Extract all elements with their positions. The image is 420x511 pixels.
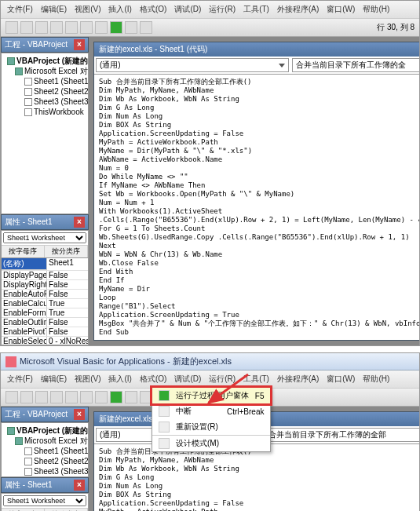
menu-view[interactable]: 视图(V)	[71, 2, 104, 16]
pause-icon	[159, 406, 170, 417]
properties-pane: Sheet1 Worksheet 按字母序 按分类序 (名称)Sheet1Dis…	[1, 493, 89, 511]
objects-folder[interactable]: Microsoft Excel 对象	[24, 67, 89, 75]
close-icon[interactable]: ×	[74, 39, 85, 50]
menu-tools[interactable]: 工具(T)	[240, 2, 272, 16]
prop-value[interactable]: False	[47, 271, 88, 279]
menu-insert[interactable]: 插入(I)	[105, 2, 134, 16]
project-tree[interactable]: VBAProject (新建的) Microsoft Excel 对象 Shee…	[1, 53, 89, 214]
close-icon[interactable]: ×	[74, 480, 85, 491]
annotation-arrow	[205, 373, 252, 407]
run-icon[interactable]	[110, 391, 122, 403]
properties-pane: Sheet1 Worksheet 按字母序 按分类序 (名称)Sheet1Dis…	[1, 230, 89, 345]
tab-categorized[interactable]: 按分类序	[45, 246, 88, 257]
procedure-dropdown[interactable]: 合并当前目录下所有工作簿的全	[292, 58, 420, 72]
prop-value[interactable]: False	[47, 290, 88, 298]
menu-window[interactable]: 窗口(W)	[323, 2, 358, 16]
sheet2-node[interactable]: Sheet2 (Sheet2)	[34, 457, 89, 465]
excel-icon[interactable]	[5, 391, 18, 403]
tab-alphabetic[interactable]: 按字母序	[2, 246, 45, 257]
workspace: 工程 - VBAProject × VBAProject (新建的) Micro…	[1, 37, 419, 345]
menu-file[interactable]: 文件(F)	[4, 372, 36, 386]
properties-pane-title: 属性 - Sheet1 ×	[1, 477, 89, 493]
copy-icon[interactable]	[50, 21, 63, 34]
property-grid[interactable]: (名称)Sheet1DisplayPageBreFalseDisplayRigh…	[2, 258, 88, 345]
project-root[interactable]: VBAProject (新建的)	[16, 426, 89, 435]
menu-run[interactable]: 运行(R)	[206, 2, 239, 16]
design-mode-item[interactable]: 设计模式(M)	[152, 436, 270, 451]
prop-value[interactable]: 0 - xlNoRestr	[47, 337, 88, 345]
redo-icon[interactable]	[95, 21, 108, 34]
menu-help[interactable]: 帮助(H)	[360, 2, 393, 16]
toolbar: 运行子过程/用户窗体F5 中断Ctrl+Break 重新设置(R) 设计模式(M…	[1, 389, 419, 407]
prop-key: EnableAutoFilt	[2, 290, 47, 298]
code-editor[interactable]: Sub 合并当前目录下所有工作簿的全部工作表() Dim MyPath, MyN…	[94, 444, 420, 511]
prop-key: EnableSelectio	[2, 337, 47, 345]
break-icon[interactable]	[125, 391, 137, 403]
menu-window[interactable]: 窗口(W)	[323, 372, 358, 386]
project-title-text: 工程 - VBAProject	[5, 409, 68, 420]
cut-icon[interactable]	[35, 391, 48, 403]
paste-icon[interactable]	[65, 21, 78, 34]
project-root[interactable]: VBAProject (新建的)	[16, 57, 89, 65]
sheet3-node[interactable]: Sheet3 (Sheet3)	[34, 97, 89, 106]
undo-icon[interactable]	[80, 391, 93, 403]
object-dropdown[interactable]: (通用)	[96, 58, 289, 72]
objects-folder[interactable]: Microsoft Excel 对象	[24, 436, 89, 445]
cursor-position: 行 30, 列 8	[377, 22, 415, 33]
undo-icon[interactable]	[80, 21, 93, 34]
app-titlebar: Microsoft Visual Basic for Applications …	[1, 353, 419, 370]
play-icon	[159, 390, 170, 401]
copy-icon[interactable]	[50, 391, 63, 403]
close-icon[interactable]: ×	[74, 409, 85, 420]
sheet3-node[interactable]: Sheet3 (Sheet3)	[34, 467, 89, 476]
run-icon[interactable]	[110, 21, 122, 34]
prop-value[interactable]: False	[47, 327, 88, 336]
prop-value[interactable]: Sheet1	[47, 258, 88, 270]
sheet1-node[interactable]: Sheet1 (Sheet1)	[34, 77, 89, 86]
svg-line-0	[209, 374, 248, 403]
menu-format[interactable]: 格式(O)	[137, 372, 170, 386]
prop-value[interactable]: False	[47, 318, 88, 327]
prop-key: DisplayPageBre	[2, 271, 47, 279]
menu-file[interactable]: 文件(F)	[4, 2, 36, 16]
menu-edit[interactable]: 编辑(E)	[38, 2, 70, 16]
menu-help[interactable]: 帮助(H)	[360, 372, 393, 386]
menu-format[interactable]: 格式(O)	[137, 2, 170, 16]
prop-key: EnableOutlinin	[2, 318, 47, 327]
sheet1-node[interactable]: Sheet1 (Sheet1)	[34, 447, 89, 455]
bottom-screenshot: Microsoft Visual Basic for Applications …	[0, 352, 420, 511]
prop-value[interactable]: False	[47, 280, 88, 289]
excel-icon[interactable]	[5, 21, 18, 34]
reset-icon[interactable]	[140, 21, 152, 34]
save-icon[interactable]	[20, 21, 33, 34]
break-icon[interactable]	[125, 21, 137, 34]
paste-icon[interactable]	[65, 391, 78, 403]
menu-addins[interactable]: 外接程序(A)	[274, 372, 322, 386]
sheet2-node[interactable]: Sheet2 (Sheet2)	[34, 87, 89, 96]
redo-icon[interactable]	[95, 391, 108, 403]
menu-debug[interactable]: 调试(D)	[171, 2, 204, 16]
menu-insert[interactable]: 插入(I)	[105, 372, 134, 386]
prop-key: EnableCalculat	[2, 299, 47, 308]
object-selector[interactable]: Sheet1 Worksheet	[3, 495, 86, 506]
chevron-down-icon	[279, 64, 285, 68]
code-editor[interactable]: Sub 合并当前目录下所有工作簿的全部工作表() Dim MyPath, MyN…	[94, 75, 420, 340]
prop-value[interactable]: True	[47, 299, 88, 308]
cut-icon[interactable]	[35, 21, 48, 34]
procedure-dropdown[interactable]: 合并当前目录下所有工作簿的全部	[265, 428, 420, 442]
reset-item[interactable]: 重新设置(R)	[152, 419, 270, 435]
vba-icon	[5, 356, 16, 367]
object-selector[interactable]: Sheet1 Worksheet	[3, 232, 86, 243]
menu-edit[interactable]: 编辑(E)	[38, 372, 70, 386]
menu-addins[interactable]: 外接程序(A)	[274, 2, 322, 16]
workbook-node[interactable]: ThisWorkbook	[34, 108, 84, 116]
close-icon[interactable]: ×	[74, 217, 85, 228]
menu-view[interactable]: 视图(V)	[71, 372, 104, 386]
save-icon[interactable]	[20, 391, 33, 403]
design-icon	[159, 438, 170, 449]
project-tree[interactable]: VBAProject (新建的) Microsoft Excel 对象 Shee…	[1, 422, 89, 477]
menu-debug[interactable]: 调试(D)	[171, 372, 204, 386]
prop-key: EnableFormatCo	[2, 308, 47, 317]
top-screenshot: 文件(F) 编辑(E) 视图(V) 插入(I) 格式(O) 调试(D) 运行(R…	[0, 0, 420, 346]
prop-value[interactable]: True	[47, 308, 88, 317]
